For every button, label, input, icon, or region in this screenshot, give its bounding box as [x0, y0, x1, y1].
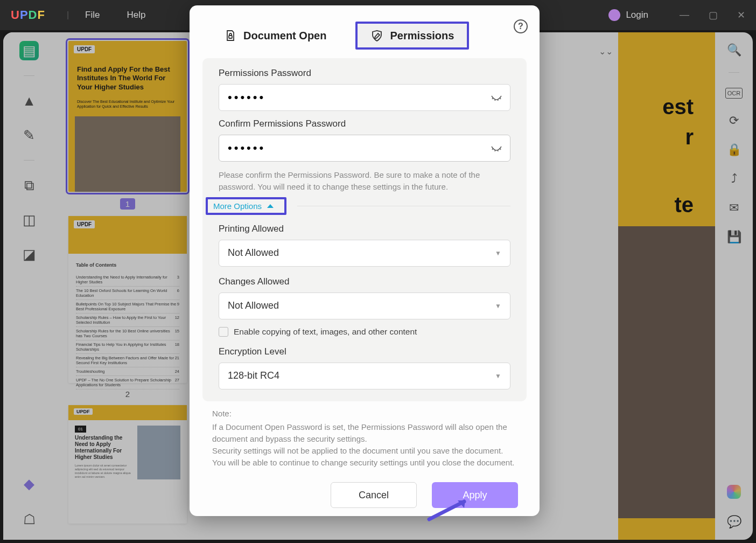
app-logo: UPDF — [11, 8, 45, 22]
pointer-arrow-icon — [426, 495, 475, 522]
maximize-icon[interactable]: ▢ — [709, 9, 718, 21]
help-icon[interactable]: ? — [514, 19, 528, 33]
login-button[interactable]: Login — [608, 9, 648, 21]
close-icon[interactable]: ✕ — [737, 9, 745, 21]
security-dialog: ? Document Open Permissions Permissions … — [190, 5, 540, 516]
window-controls: — ▢ ✕ — [680, 9, 745, 21]
avatar-icon — [608, 9, 620, 21]
encryption-select[interactable]: 128-bit RC4▼ — [219, 363, 510, 389]
encryption-label: Encryption Level — [219, 346, 510, 357]
printing-select[interactable]: Not Allowed▼ — [219, 240, 510, 267]
cancel-button[interactable]: Cancel — [331, 482, 417, 508]
login-label: Login — [626, 10, 648, 20]
menu-file[interactable]: File — [85, 10, 100, 20]
shield-pen-icon — [370, 29, 383, 42]
minimize-icon[interactable]: — — [680, 9, 689, 21]
tab-document-open[interactable]: Document Open — [211, 22, 339, 50]
permissions-password-label: Permissions Password — [219, 68, 510, 79]
chevron-down-icon: ▼ — [495, 249, 501, 257]
svg-rect-0 — [229, 36, 232, 38]
permissions-password-input[interactable] — [219, 84, 510, 111]
confirm-hint: Please confirm the Permissions Password.… — [219, 169, 510, 193]
more-options-toggle[interactable]: More Options — [206, 197, 286, 215]
caret-up-icon — [267, 204, 274, 208]
changes-label: Changes Allowed — [219, 276, 510, 287]
lock-doc-icon — [224, 29, 237, 42]
eye-hidden-icon[interactable] — [490, 142, 503, 155]
eye-hidden-icon[interactable] — [490, 92, 503, 105]
changes-select[interactable]: Not Allowed▼ — [219, 293, 510, 319]
tab-permissions[interactable]: Permissions — [358, 24, 467, 47]
chevron-down-icon: ▼ — [495, 302, 501, 310]
confirm-password-input[interactable] — [219, 135, 510, 162]
confirm-password-label: Confirm Permissions Password — [219, 119, 510, 129]
menu-help[interactable]: Help — [127, 10, 145, 20]
note-area: Note: If a Document Open Password is set… — [190, 405, 540, 472]
enable-copy-checkbox[interactable]: Enable copying of text, images, and othe… — [219, 327, 510, 337]
printing-label: Printing Allowed — [219, 224, 510, 234]
separator: | — [67, 10, 69, 20]
chevron-down-icon: ▼ — [495, 372, 501, 380]
checkbox-icon — [219, 327, 228, 337]
